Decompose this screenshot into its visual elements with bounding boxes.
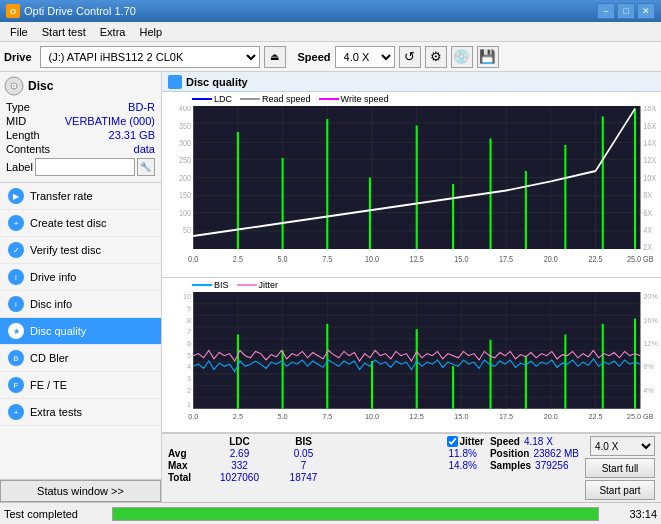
disc-length-row: Length 23.31 GB [4, 128, 157, 142]
title-bar-controls: – □ ✕ [597, 3, 655, 19]
bottom-status-bar: Test completed 33:14 [0, 502, 661, 524]
svg-text:7: 7 [187, 327, 191, 336]
svg-text:10.0: 10.0 [365, 412, 379, 421]
jitter-checkbox[interactable] [447, 436, 458, 447]
svg-text:12.5: 12.5 [410, 412, 424, 421]
disc-mid-label: MID [6, 115, 26, 127]
disc-mid-row: MID VERBATIMe (000) [4, 114, 157, 128]
nav-verify-test-disc-label: Verify test disc [30, 244, 101, 256]
jitter-legend-line [237, 284, 257, 286]
disc-panel: Disc Type BD-R MID VERBATIMe (000) Lengt… [0, 72, 161, 183]
samples-value: 379256 [535, 460, 568, 471]
svg-text:18X: 18X [643, 106, 656, 113]
total-label: Total [168, 472, 203, 483]
jitter-col: Jitter 11.8% 14.8% [447, 436, 484, 471]
top-chart-area: LDC Read speed Write speed [162, 92, 661, 278]
nav-extra-tests[interactable]: + Extra tests [0, 399, 161, 426]
drive-label: Drive [4, 51, 32, 63]
speed-value: 4.18 X [524, 436, 553, 447]
start-part-button[interactable]: Start part [585, 480, 655, 500]
nav-verify-test-disc[interactable]: ✓ Verify test disc [0, 237, 161, 264]
save-button[interactable]: 💾 [477, 46, 499, 68]
verify-test-disc-icon: ✓ [8, 242, 24, 258]
minimize-button[interactable]: – [597, 3, 615, 19]
time-label: 33:14 [607, 508, 657, 520]
svg-text:16X: 16X [643, 122, 656, 132]
nav-drive-info-label: Drive info [30, 271, 76, 283]
status-text: Test completed [4, 508, 104, 520]
refresh-button[interactable]: ↺ [399, 46, 421, 68]
disc-label-input[interactable] [35, 158, 135, 176]
jitter-legend-item: Jitter [237, 280, 279, 290]
menu-start-test[interactable]: Start test [36, 24, 92, 40]
nav-fe-te[interactable]: F FE / TE [0, 372, 161, 399]
menu-file[interactable]: File [4, 24, 34, 40]
disc-label-label: Label [6, 161, 33, 173]
svg-text:6X: 6X [643, 209, 652, 219]
bis-legend-item: BIS [192, 280, 229, 290]
maximize-button[interactable]: □ [617, 3, 635, 19]
svg-text:2X: 2X [643, 243, 652, 253]
nav-cd-bler[interactable]: B CD Bler [0, 345, 161, 372]
progress-bar [112, 507, 599, 521]
svg-text:0.0: 0.0 [188, 412, 198, 421]
speed-select[interactable]: 4.0 X [335, 46, 395, 68]
svg-text:8X: 8X [643, 191, 652, 201]
cd-bler-icon: B [8, 350, 24, 366]
content-title: Disc quality [186, 76, 248, 88]
menu-help[interactable]: Help [133, 24, 168, 40]
sidebar: Disc Type BD-R MID VERBATIMe (000) Lengt… [0, 72, 162, 502]
start-full-button[interactable]: Start full [585, 458, 655, 478]
svg-text:7.5: 7.5 [322, 412, 332, 421]
status-window-button[interactable]: Status window >> [0, 480, 161, 502]
eject-button[interactable]: ⏏ [264, 46, 286, 68]
bis-col-header: BIS [276, 436, 331, 447]
nav-create-test-disc[interactable]: + Create test disc [0, 210, 161, 237]
disc-contents-label: Contents [6, 143, 50, 155]
stats-header-row: LDC BIS [168, 436, 441, 447]
speed-row: Speed 4.18 X [490, 436, 579, 447]
max-bis-value: 7 [276, 460, 331, 471]
svg-text:0.0: 0.0 [188, 254, 198, 264]
nav-drive-info[interactable]: i Drive info [0, 264, 161, 291]
avg-label: Avg [168, 448, 203, 459]
svg-text:5: 5 [187, 351, 191, 360]
write-legend-item: Write speed [319, 94, 389, 104]
menu-extra[interactable]: Extra [94, 24, 132, 40]
nav-create-test-disc-label: Create test disc [30, 217, 106, 229]
svg-text:14X: 14X [643, 139, 656, 149]
disc-button[interactable]: 💿 [451, 46, 473, 68]
svg-text:300: 300 [179, 139, 191, 149]
nav-transfer-rate[interactable]: ▶ Transfer rate [0, 183, 161, 210]
disc-title: Disc [28, 79, 53, 93]
drive-select[interactable]: (J:) ATAPI iHBS112 2 CL0K [40, 46, 260, 68]
disc-label-button[interactable]: 🔧 [137, 158, 155, 176]
nav-disc-quality[interactable]: ★ Disc quality [0, 318, 161, 345]
stats-max-row: Max 332 7 [168, 460, 441, 471]
nav-disc-info[interactable]: i Disc info [0, 291, 161, 318]
content-header-icon [168, 75, 182, 89]
svg-text:17.5: 17.5 [499, 254, 514, 264]
jitter-legend-label: Jitter [259, 280, 279, 290]
svg-text:20%: 20% [643, 292, 658, 301]
disc-info-icon: i [8, 296, 24, 312]
bottom-chart-area: BIS Jitter [162, 278, 661, 433]
svg-text:150: 150 [179, 191, 191, 201]
avg-ldc-value: 2.69 [207, 448, 272, 459]
ldc-col-header: LDC [207, 436, 272, 447]
svg-text:2: 2 [187, 386, 191, 395]
stats-table: LDC BIS Avg 2.69 0.05 Max 332 7 Total 10… [168, 436, 441, 483]
ldc-legend-label: LDC [214, 94, 232, 104]
close-button[interactable]: ✕ [637, 3, 655, 19]
disc-length-value: 23.31 GB [109, 129, 155, 141]
position-value: 23862 MB [533, 448, 579, 459]
settings-button[interactable]: ⚙ [425, 46, 447, 68]
speed-action-select[interactable]: 4.0 X [590, 436, 655, 456]
svg-text:9: 9 [187, 304, 191, 313]
svg-text:20.0: 20.0 [544, 254, 559, 264]
svg-text:25.0 GB: 25.0 GB [627, 412, 654, 421]
top-chart-legend: LDC Read speed Write speed [162, 92, 661, 106]
write-legend-line [319, 98, 339, 100]
transfer-rate-icon: ▶ [8, 188, 24, 204]
svg-text:3: 3 [187, 374, 191, 383]
